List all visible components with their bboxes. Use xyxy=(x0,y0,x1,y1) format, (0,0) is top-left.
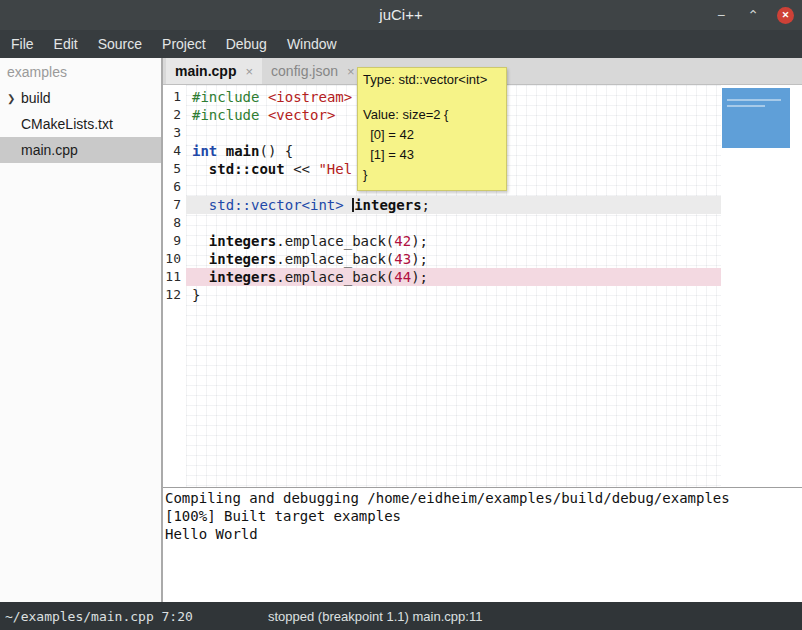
code-segment xyxy=(192,197,209,213)
menu-item-debug[interactable]: Debug xyxy=(216,30,277,58)
close-icon[interactable]: × xyxy=(347,64,355,79)
line-number[interactable]: 8 xyxy=(163,214,186,232)
debug-tooltip: Type: std::vector<int> Value: size=2 { [… xyxy=(357,67,507,191)
output-line: [100%] Built target examples xyxy=(165,507,802,525)
code-text: integers.emplace_back(43); xyxy=(186,250,721,268)
code-segment: ; xyxy=(422,197,430,213)
code-text xyxy=(186,214,721,232)
code-segment xyxy=(259,107,267,123)
line-number[interactable]: 11 xyxy=(163,268,186,286)
line-number[interactable]: 6 xyxy=(163,178,186,196)
code-segment xyxy=(192,251,209,267)
code-text: integers.emplace_back(42); xyxy=(186,232,721,250)
line-number[interactable]: 10 xyxy=(163,250,186,268)
code-segment: .emplace_back( xyxy=(276,269,394,285)
code-segment: () { xyxy=(259,143,293,159)
close-icon[interactable]: × xyxy=(245,64,253,79)
tree-item-label: build xyxy=(21,90,51,106)
code-segment: integers xyxy=(209,233,276,249)
window-controls: − ⌃ ✕ xyxy=(713,0,794,30)
output-line: Compiling and debugging /home/eidheim/ex… xyxy=(165,489,802,507)
tree-item-main-cpp[interactable]: main.cpp xyxy=(0,137,161,163)
code-line-7[interactable]: 7 std::vector<int> integers; xyxy=(163,196,802,214)
code-segment: 44 xyxy=(394,269,411,285)
code-segment: integers xyxy=(354,197,421,213)
window-title: juCi++ xyxy=(0,0,802,30)
close-button[interactable]: ✕ xyxy=(777,7,794,24)
menu-item-project[interactable]: Project xyxy=(152,30,216,58)
menu-item-edit[interactable]: Edit xyxy=(44,30,88,58)
code-line-8[interactable]: 8 xyxy=(163,214,802,232)
code-line-9[interactable]: 9 integers.emplace_back(42); xyxy=(163,232,802,250)
code-line-12[interactable]: 12} xyxy=(163,286,802,304)
code-text: std::vector<int> integers; xyxy=(186,196,721,214)
code-segment: << xyxy=(285,161,319,177)
code-segment: integers xyxy=(209,269,276,285)
line-number[interactable]: 1 xyxy=(163,88,186,106)
code-segment: ); xyxy=(411,233,428,249)
code-segment: int xyxy=(192,143,217,159)
code-segment xyxy=(259,89,267,105)
tab-main-cpp[interactable]: main.cpp× xyxy=(166,58,262,84)
code-segment xyxy=(192,269,209,285)
line-number[interactable]: 9 xyxy=(163,232,186,250)
code-segment: #include xyxy=(192,89,259,105)
code-segment xyxy=(344,197,352,213)
tooltip-type: Type: std::vector<int> xyxy=(363,71,501,89)
project-name: examples xyxy=(0,58,161,85)
code-segment: ); xyxy=(411,251,428,267)
minimize-button[interactable]: − xyxy=(713,7,729,23)
code-segment xyxy=(192,233,209,249)
tooltip-value-line: [0] = 42 xyxy=(363,125,501,145)
tab-label: config.json xyxy=(271,63,338,79)
tooltip-value-line: [1] = 43 xyxy=(363,145,501,165)
code-segment: std::vector<int> xyxy=(209,197,344,213)
line-number[interactable]: 5 xyxy=(163,160,186,178)
status-bar: ~/examples/main.cpp 7:20 stopped (breakp… xyxy=(0,602,802,630)
code-segment: integers xyxy=(209,251,276,267)
code-segment: "Hel xyxy=(318,161,352,177)
overview-thumbnail xyxy=(722,88,790,148)
line-number[interactable]: 3 xyxy=(163,124,186,142)
maximize-button[interactable]: ⌃ xyxy=(745,7,761,23)
code-segment xyxy=(192,161,209,177)
chevron-right-icon[interactable]: ❯ xyxy=(7,93,21,104)
sidebar: examples ❯buildCMakeLists.txtmain.cpp xyxy=(0,58,161,602)
menu-bar: FileEditSourceProjectDebugWindow xyxy=(0,30,802,58)
code-segment: main xyxy=(226,143,260,159)
menu-item-source[interactable]: Source xyxy=(88,30,152,58)
code-segment: 43 xyxy=(394,251,411,267)
code-segment: } xyxy=(192,287,200,303)
code-segment: std::cout xyxy=(209,161,285,177)
title-bar: juCi++ − ⌃ ✕ xyxy=(0,0,802,30)
tab-label: main.cpp xyxy=(175,63,236,79)
menu-item-file[interactable]: File xyxy=(1,30,44,58)
line-number[interactable]: 4 xyxy=(163,142,186,160)
code-line-10[interactable]: 10 integers.emplace_back(43); xyxy=(163,250,802,268)
tree-item-cmakelists-txt[interactable]: CMakeLists.txt xyxy=(0,111,161,137)
code-segment: <vector> xyxy=(268,107,335,123)
line-number[interactable]: 7 xyxy=(163,196,186,214)
line-number[interactable]: 2 xyxy=(163,106,186,124)
tab-config-json[interactable]: config.json× xyxy=(262,58,364,84)
output-panel[interactable]: Compiling and debugging /home/eidheim/ex… xyxy=(163,488,802,602)
code-line-11[interactable]: 11 integers.emplace_back(44); xyxy=(163,268,802,286)
code-segment: ); xyxy=(411,269,428,285)
status-debug-state: stopped (breakpoint 1.1) main.cpp:11 xyxy=(268,602,482,630)
tree-item-build[interactable]: ❯build xyxy=(0,85,161,111)
tree-item-label: main.cpp xyxy=(21,142,78,158)
code-text: } xyxy=(186,286,721,304)
tooltip-value-line: Value: size=2 { xyxy=(363,105,501,125)
status-file-position: ~/examples/main.cpp 7:20 xyxy=(5,602,193,630)
output-line: Hello World xyxy=(165,525,802,543)
juci-window: juCi++ − ⌃ ✕ FileEditSourceProjectDebugW… xyxy=(0,0,802,630)
file-tree: ❯buildCMakeLists.txtmain.cpp xyxy=(0,85,161,163)
menu-item-window[interactable]: Window xyxy=(277,30,347,58)
code-segment xyxy=(217,143,225,159)
code-segment: 42 xyxy=(394,233,411,249)
thumbnail-line xyxy=(727,105,765,107)
code-text: integers.emplace_back(44); xyxy=(186,268,721,286)
tree-item-label: CMakeLists.txt xyxy=(21,116,113,132)
line-number[interactable]: 12 xyxy=(163,286,186,304)
code-segment: <iostream> xyxy=(268,89,352,105)
